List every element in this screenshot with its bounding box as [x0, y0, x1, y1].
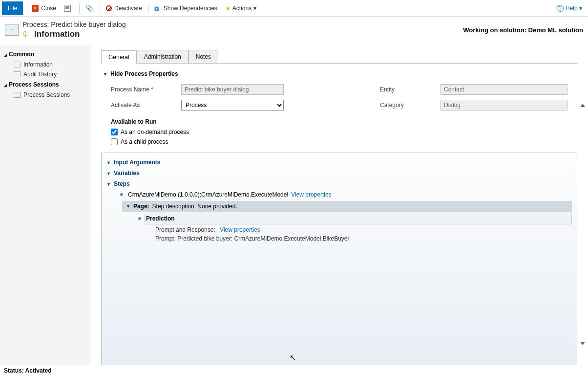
- main-area: Common Information Audit History Process…: [0, 45, 588, 375]
- properties-form: Process Name * Entity Activate As Proces…: [101, 80, 577, 116]
- child-checkbox[interactable]: [111, 138, 118, 145]
- steps-container: Input Arguments Variables Steps CrmAzure…: [101, 153, 577, 371]
- separator: [148, 3, 148, 13]
- page-title: Information: [34, 29, 80, 39]
- vertical-scrollbar[interactable]: [578, 104, 587, 345]
- activate-as-label: Activate As: [111, 102, 169, 109]
- tab-notes[interactable]: Notes: [189, 50, 218, 63]
- input-arguments-toggle[interactable]: Input Arguments: [106, 157, 572, 168]
- tab-strip: General Administration Notes: [101, 50, 577, 64]
- process-name-input[interactable]: [181, 84, 284, 95]
- entity-label: Entity: [380, 86, 429, 93]
- file-menu[interactable]: File: [2, 1, 23, 15]
- available-to-run-header: Available to Run: [101, 116, 577, 127]
- help-icon: ?: [557, 5, 564, 12]
- sidebar: Common Information Audit History Process…: [0, 45, 90, 375]
- separator: [100, 3, 100, 13]
- deactivate-button[interactable]: Deactivate: [102, 3, 146, 14]
- deactivate-icon: [106, 5, 112, 11]
- view-properties-link[interactable]: View properties: [291, 191, 332, 198]
- info-icon: 🛈: [22, 31, 31, 38]
- ondemand-row: As an on-demand process: [101, 127, 577, 137]
- paperclip-icon: 📎: [85, 4, 94, 12]
- process-name-label: Process Name *: [111, 86, 169, 93]
- print-icon: [64, 5, 71, 12]
- dependencies-icon: [154, 5, 161, 12]
- process-title: Process: Predict bike buyer dialog: [22, 21, 463, 28]
- star-icon: ★: [225, 5, 231, 12]
- nav-group-common[interactable]: Common: [0, 49, 90, 60]
- info-nav-icon: [14, 62, 21, 67]
- variables-toggle[interactable]: Variables: [106, 168, 572, 178]
- bullet-icon: [120, 193, 123, 196]
- toolbar: File ✕ Close 📎 Deactivate Show Dependenc…: [0, 0, 588, 17]
- prompt-line: Prompt: Predicted bike buyer: CrmAzureMl…: [106, 234, 572, 243]
- tab-administration[interactable]: Administration: [137, 50, 189, 63]
- actions-menu[interactable]: ★ Actions ▾: [221, 3, 260, 14]
- close-icon: ✕: [32, 5, 39, 12]
- nav-group-sessions[interactable]: Process Sessions: [0, 79, 90, 90]
- sessions-icon: [14, 92, 21, 98]
- tab-general[interactable]: General: [101, 50, 137, 64]
- prediction-step[interactable]: Prediction: [145, 213, 572, 224]
- sidebar-item-information[interactable]: Information: [0, 60, 90, 69]
- ondemand-label: As an on-demand process: [121, 129, 189, 135]
- header: Process: Predict bike buyer dialog 🛈 Inf…: [0, 17, 588, 45]
- view-properties-link-2[interactable]: View properties: [220, 226, 260, 233]
- content: General Administration Notes Hide Proces…: [90, 45, 588, 375]
- save-print-button[interactable]: [60, 3, 77, 14]
- sidebar-item-process-sessions[interactable]: Process Sessions: [0, 90, 90, 100]
- child-row: As a child process: [101, 137, 577, 147]
- solution-label: Working on solution: Demo ML solution: [463, 26, 583, 34]
- prompt-response-line: Prompt and Response: View properties: [106, 225, 572, 234]
- category-label: Category: [380, 102, 429, 109]
- scroll-down-icon[interactable]: [580, 342, 585, 345]
- scroll-up-icon[interactable]: [580, 104, 585, 107]
- ondemand-checkbox[interactable]: [111, 129, 118, 135]
- attach-button[interactable]: 📎: [82, 2, 98, 14]
- sidebar-item-audit-history[interactable]: Audit History: [0, 69, 90, 79]
- page-step-header[interactable]: Page: Step description: None provided.: [122, 201, 572, 212]
- status-bar: Status: Activated: [0, 365, 588, 375]
- separator: [79, 3, 80, 13]
- activate-as-select[interactable]: Process: [181, 100, 284, 111]
- steps-toggle[interactable]: Steps: [106, 178, 572, 189]
- entity-input: [441, 84, 567, 95]
- child-label: As a child process: [121, 138, 168, 145]
- audit-icon: [14, 71, 21, 77]
- category-input: [441, 100, 567, 111]
- show-dependencies-button[interactable]: Show Dependencies: [150, 3, 221, 14]
- hide-properties-toggle[interactable]: Hide Process Properties: [101, 67, 577, 80]
- process-icon: [5, 24, 19, 36]
- bullet-icon: [138, 217, 141, 220]
- help-link[interactable]: ? Help ▾: [553, 3, 586, 14]
- step-execute-model[interactable]: CrmAzureMlDemo (1.0.0.0):CrmAzureMlDemo.…: [106, 189, 572, 200]
- close-button[interactable]: ✕ Close: [28, 3, 60, 14]
